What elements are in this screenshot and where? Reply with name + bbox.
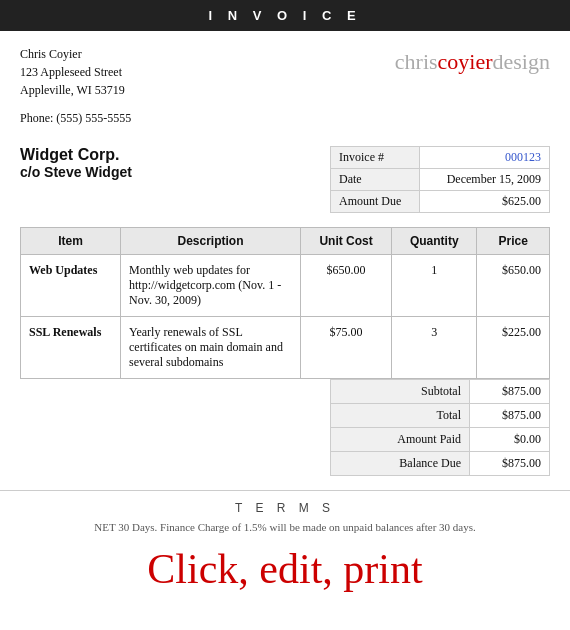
items-table: Item Description Unit Cost Quantity Pric…	[20, 227, 550, 379]
col-unit-cost: Unit Cost	[301, 228, 392, 255]
invoice-date-row: Date December 15, 2009	[331, 169, 550, 191]
top-section: Chris Coyier 123 Appleseed Street Applev…	[0, 31, 570, 107]
row-item-0: Web Updates	[21, 255, 121, 317]
table-header-row: Item Description Unit Cost Quantity Pric…	[21, 228, 550, 255]
terms-text: NET 30 Days. Finance Charge of 1.5% will…	[0, 521, 570, 533]
invoice-number-label: Invoice #	[331, 147, 420, 169]
amount-paid-value: $0.00	[470, 428, 550, 452]
brand-part2: coyier	[438, 49, 493, 74]
col-description: Description	[121, 228, 301, 255]
row-unit-cost-1: $75.00	[301, 317, 392, 379]
bill-meta-section: Widget Corp. c/o Steve Widget Invoice # …	[0, 136, 570, 227]
invoice-title: I N V O I C E	[208, 8, 361, 23]
phone-line: Phone: (555) 555-5555	[0, 107, 570, 136]
cta-text: Click, edit, print	[0, 533, 570, 603]
amount-due-row: Amount Due $625.00	[331, 191, 550, 213]
sender-address2: Appleville, WI 53719	[20, 81, 125, 99]
row-quantity-1: 3	[392, 317, 477, 379]
invoice-header-bar: I N V O I C E	[0, 0, 570, 31]
invoice-number-value: 000123	[420, 147, 550, 169]
balance-due-row: Balance Due $875.00	[331, 452, 550, 476]
total-row: Total $875.00	[331, 404, 550, 428]
amount-paid-row: Amount Paid $0.00	[331, 428, 550, 452]
row-description-1: Yearly renewals of SSL certificates on m…	[121, 317, 301, 379]
brand-part1: chris	[395, 49, 438, 74]
subtotal-row: Subtotal $875.00	[331, 380, 550, 404]
amount-due-value: $625.00	[420, 191, 550, 213]
totals-section: Subtotal $875.00 Total $875.00 Amount Pa…	[0, 379, 570, 476]
total-label: Total	[331, 404, 470, 428]
sender-phone: (555) 555-5555	[56, 111, 131, 125]
col-quantity: Quantity	[392, 228, 477, 255]
subtotal-label: Subtotal	[331, 380, 470, 404]
balance-due-value: $875.00	[470, 452, 550, 476]
invoice-number-row: Invoice # 000123	[331, 147, 550, 169]
total-value: $875.00	[470, 404, 550, 428]
amount-paid-label: Amount Paid	[331, 428, 470, 452]
sender-info: Chris Coyier 123 Appleseed Street Applev…	[20, 45, 125, 99]
table-row: Web Updates Monthly web updates for http…	[21, 255, 550, 317]
table-row: SSL Renewals Yearly renewals of SSL cert…	[21, 317, 550, 379]
date-label: Date	[331, 169, 420, 191]
brand-logo: chriscoyierdesign	[395, 49, 550, 99]
bill-to-company: Widget Corp.	[20, 146, 132, 164]
col-item: Item	[21, 228, 121, 255]
row-price-1: $225.00	[477, 317, 550, 379]
row-unit-cost-0: $650.00	[301, 255, 392, 317]
invoice-number: 000123	[505, 150, 541, 164]
balance-due-label: Balance Due	[331, 452, 470, 476]
row-item-1: SSL Renewals	[21, 317, 121, 379]
amount-due-label: Amount Due	[331, 191, 420, 213]
brand-part3: design	[493, 49, 550, 74]
terms-header: T E R M S	[0, 490, 570, 515]
row-price-0: $650.00	[477, 255, 550, 317]
row-quantity-0: 1	[392, 255, 477, 317]
totals-table: Subtotal $875.00 Total $875.00 Amount Pa…	[330, 379, 550, 476]
bill-to-contact: c/o Steve Widget	[20, 164, 132, 180]
row-description-0: Monthly web updates for http://widgetcor…	[121, 255, 301, 317]
bill-to: Widget Corp. c/o Steve Widget	[20, 146, 132, 180]
phone-label: Phone:	[20, 111, 53, 125]
col-price: Price	[477, 228, 550, 255]
invoice-meta-table: Invoice # 000123 Date December 15, 2009 …	[330, 146, 550, 213]
date-value: December 15, 2009	[420, 169, 550, 191]
items-section: Item Description Unit Cost Quantity Pric…	[0, 227, 570, 379]
sender-name: Chris Coyier	[20, 45, 125, 63]
subtotal-value: $875.00	[470, 380, 550, 404]
sender-address1: 123 Appleseed Street	[20, 63, 125, 81]
